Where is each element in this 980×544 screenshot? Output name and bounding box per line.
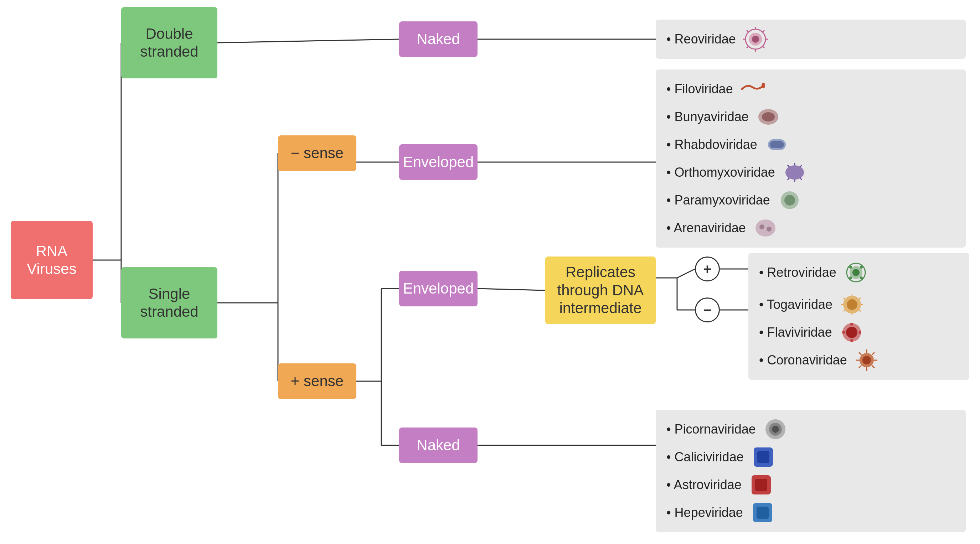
svg-point-51	[767, 227, 772, 232]
svg-rect-93	[757, 507, 769, 519]
hepeviridae-label: • Hepeviridae	[667, 502, 743, 523]
svg-point-87	[772, 426, 779, 433]
svg-line-82	[859, 366, 861, 368]
picornaviridae-icon	[763, 417, 788, 442]
svg-point-72	[859, 331, 861, 334]
minus-sense-node: − sense	[278, 135, 356, 171]
rhabdoviridae-label: • Rhabdoviridae	[667, 134, 757, 155]
svg-line-42	[800, 165, 802, 167]
svg-line-33	[746, 30, 748, 32]
svg-line-64	[859, 310, 861, 311]
caliciviridae-icon	[751, 445, 776, 469]
retroviridae-icon	[843, 260, 869, 285]
svg-line-31	[763, 30, 764, 32]
paramyxoviridae-icon	[777, 188, 802, 213]
svg-line-66	[843, 310, 845, 311]
circle-minus-node: −	[695, 297, 720, 323]
svg-point-26	[752, 36, 759, 43]
arenaviridae-icon	[753, 216, 778, 240]
plus-no-dna-result: • Togaviridae • Flaviviridae	[748, 285, 969, 380]
svg-point-40	[786, 165, 804, 180]
svg-point-73	[850, 339, 853, 342]
filoviridae-icon	[740, 76, 765, 102]
svg-line-4	[217, 39, 399, 43]
bunyaviridae-label: • Bunyaviridae	[667, 106, 749, 127]
picornaviridae-label: • Picornaviridae	[667, 418, 756, 440]
svg-line-78	[872, 352, 875, 355]
svg-line-32	[763, 46, 764, 48]
retroviridae-label: • Retroviridae	[759, 261, 836, 283]
svg-point-50	[759, 224, 764, 229]
svg-point-57	[849, 277, 852, 279]
replicates-dna-label: Replicatesthrough DNAintermediate	[557, 263, 644, 317]
svg-point-37	[762, 112, 775, 121]
svg-line-68	[843, 298, 845, 299]
enveloped-plus-node: Enveloped	[399, 271, 477, 306]
svg-point-76	[862, 356, 871, 364]
astroviridae-icon	[749, 472, 774, 497]
svg-line-84	[859, 352, 861, 355]
double-stranded-label: Doublestranded	[140, 25, 198, 61]
bunyaviridae-icon	[756, 104, 781, 129]
naked-bottom-node: Naked	[399, 428, 477, 463]
coronaviridae-label: • Coronaviridae	[759, 349, 847, 371]
enveloped-plus-label: Enveloped	[403, 280, 474, 297]
rna-virus-diagram: RNA Viruses Doublestranded Singlestrande…	[0, 0, 980, 544]
svg-point-56	[860, 266, 863, 269]
togaviridae-icon	[840, 292, 865, 317]
svg-point-71	[850, 323, 853, 326]
plus-sense-label: + sense	[291, 372, 344, 390]
double-stranded-node: Doublestranded	[121, 7, 217, 78]
minus-sense-label: − sense	[291, 144, 344, 162]
coronaviridae-icon	[854, 348, 879, 373]
naked-top-label: Naked	[417, 30, 460, 48]
svg-line-80	[872, 366, 875, 368]
svg-line-16	[477, 289, 545, 290]
rna-viruses-node: RNA Viruses	[11, 221, 93, 299]
naked-bottom-label: Naked	[417, 436, 460, 454]
rna-viruses-label: RNA Viruses	[11, 242, 93, 278]
enveloped-minus-node: Enveloped	[399, 144, 477, 180]
svg-point-60	[847, 299, 858, 310]
reoviridae-bullet: • Reoviridae	[667, 28, 736, 50]
caliciviridae-label: • Caliciviridae	[667, 446, 744, 468]
single-stranded-label: Singlestranded	[140, 285, 198, 321]
svg-point-74	[842, 331, 845, 334]
svg-point-49	[756, 220, 775, 237]
reoviridae-result: • Reoviridae	[656, 20, 966, 59]
replicates-dna-node: Replicatesthrough DNAintermediate	[545, 256, 656, 324]
svg-rect-89	[757, 451, 769, 463]
enveloped-minus-label: Enveloped	[403, 153, 474, 171]
orthomyxoviridae-label: • Orthomyxoviridae	[667, 161, 775, 183]
orthomyxoviridae-icon	[782, 160, 807, 185]
minus-enveloped-result: • Filoviridae • Bunyaviridae • Rhabdovir…	[656, 70, 966, 248]
svg-line-34	[746, 46, 748, 48]
paramyxoviridae-label: • Paramyxoviridae	[667, 189, 770, 211]
rhabdoviridae-icon	[764, 132, 789, 157]
reoviridae-icon	[743, 27, 768, 52]
naked-top-node: Naked	[399, 21, 477, 57]
plus-sense-node: + sense	[278, 363, 356, 399]
arenaviridae-label: • Arenaviridae	[667, 217, 746, 239]
circle-plus-label: +	[703, 261, 711, 277]
naked-plus-result: • Picornaviridae • Caliciviridae • Astro…	[656, 410, 966, 532]
svg-point-48	[784, 195, 795, 205]
svg-line-62	[859, 298, 861, 299]
svg-point-58	[860, 277, 863, 279]
svg-line-19	[677, 269, 695, 278]
svg-rect-39	[770, 141, 784, 148]
svg-line-45	[800, 178, 802, 180]
circle-plus-node: +	[695, 256, 720, 282]
astroviridae-label: • Astroviridae	[667, 474, 741, 496]
svg-point-35	[762, 83, 765, 88]
flaviviridae-icon	[839, 320, 864, 345]
svg-point-55	[849, 266, 852, 269]
hepeviridae-icon	[750, 500, 775, 525]
svg-point-54	[853, 269, 859, 276]
single-stranded-node: Singlestranded	[121, 267, 217, 339]
togaviridae-label: • Togaviridae	[759, 294, 832, 315]
filoviridae-label: • Filoviridae	[667, 78, 733, 100]
circle-minus-label: −	[703, 302, 711, 318]
svg-line-46	[788, 178, 789, 180]
svg-line-43	[788, 165, 789, 167]
